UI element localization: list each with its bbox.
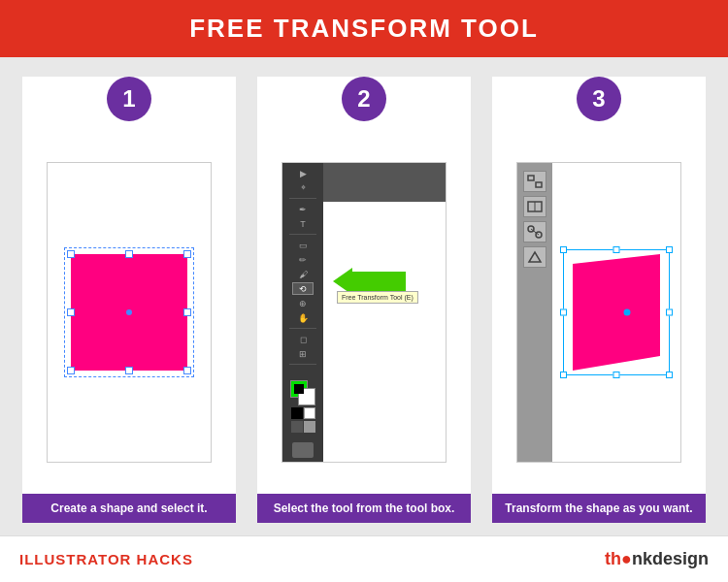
center-dot	[126, 309, 132, 315]
step2-content-area: Free Transform Tool (E)	[323, 163, 446, 462]
svg-marker-7	[529, 252, 541, 262]
step-1-image	[22, 131, 236, 494]
t-handle-bl	[560, 372, 567, 378]
toolbar-icon-type: T	[292, 217, 314, 230]
handle-tc	[125, 250, 133, 258]
swatch-gray2	[304, 421, 315, 433]
step-2-card: 2 ▶ ⌖ ✒ T ▭ ✏ 🖌 ⟲ ⊕ ✋ ◻	[257, 77, 471, 523]
toolbar-panel: ▶ ⌖ ✒ T ▭ ✏ 🖌 ⟲ ⊕ ✋ ◻ ⊞	[282, 163, 323, 462]
handle-br	[183, 367, 191, 374]
t-handle-tl	[560, 246, 567, 253]
toolbar-sep-4	[289, 364, 316, 365]
toolbar-icon-pen: ✒	[292, 203, 314, 215]
toolbar-icon-mesh: ⊞	[292, 347, 314, 360]
swatch-white	[304, 407, 315, 419]
step3-left-panel	[517, 163, 552, 462]
toolbar-color-area	[290, 380, 315, 433]
swatch-gray1	[291, 421, 303, 433]
brand-th: th	[605, 549, 621, 568]
transform-selection-box	[563, 249, 670, 375]
svg-rect-1	[536, 182, 542, 187]
toolbar-sep-3	[289, 328, 316, 329]
step-3-image	[492, 131, 706, 494]
color-swatches	[291, 407, 315, 419]
panel-icon-4	[523, 246, 546, 268]
footer-brand-right: th●nkdesign	[605, 549, 709, 569]
panel-icon-2	[523, 196, 546, 217]
step-2-caption: Select the tool from the tool box.	[257, 494, 471, 523]
t-handle-br	[666, 372, 673, 378]
step-2-number: 2	[342, 77, 386, 121]
toolbar-icon-paint: 🖌	[292, 268, 314, 280]
toolbar-icon-zoom: ⊕	[292, 297, 314, 309]
toolbar-bottom-icon	[292, 442, 314, 458]
toolbar-icon-shape: ▭	[292, 239, 314, 251]
t-handle-tc	[613, 246, 620, 253]
step-1-number: 1	[107, 77, 151, 121]
page-title: FREE TRANSFORM TOOL	[189, 14, 539, 43]
color-swatches-2	[291, 421, 315, 433]
swatch-black	[291, 407, 303, 419]
step-1-caption: Create a shape and select it.	[22, 494, 236, 523]
toolbar-icon-arrow: ▶	[292, 167, 314, 179]
main-content: 1 Create a shape and select it. 2	[0, 57, 728, 582]
step-1-card: 1 Create a shape and select it.	[22, 77, 236, 523]
handle-mr	[183, 308, 191, 316]
t-handle-bc	[613, 372, 620, 378]
toolbar-sep-1	[289, 198, 316, 199]
toolbar-icon-pencil: ✏	[292, 253, 314, 266]
step-1-canvas	[47, 162, 212, 463]
arrow-body	[352, 272, 406, 291]
step2-top-bar	[323, 163, 446, 202]
handle-tl	[67, 250, 75, 258]
step-3-canvas	[516, 162, 681, 463]
step-2-image: ▶ ⌖ ✒ T ▭ ✏ 🖌 ⟲ ⊕ ✋ ◻ ⊞	[257, 131, 471, 494]
handle-tr	[183, 250, 191, 258]
handle-ml	[67, 308, 75, 316]
shape-selected	[71, 254, 187, 371]
footer: ILLUSTRATOR HACKS th●nkdesign	[0, 535, 728, 582]
panel-icon-3	[523, 221, 546, 242]
panel-icon-1	[523, 171, 546, 192]
brand-nkdesign: nkdesign	[632, 549, 709, 568]
transform-shape	[563, 249, 670, 375]
transform-center-dot	[623, 309, 630, 316]
toolbar-icon-transform[interactable]: ⟲	[292, 282, 314, 295]
step-2-canvas: ▶ ⌖ ✒ T ▭ ✏ 🖌 ⟲ ⊕ ✋ ◻ ⊞	[281, 162, 447, 463]
brand-i-icon: ●	[621, 549, 632, 568]
t-handle-mr	[666, 309, 673, 316]
toolbar-icon-lasso: ⌖	[292, 181, 314, 194]
free-transform-tooltip: Free Transform Tool (E)	[337, 291, 418, 304]
t-handle-ml	[560, 309, 567, 316]
step3-transform-content	[552, 163, 680, 462]
handle-bl	[67, 367, 75, 374]
handle-bc	[125, 367, 133, 374]
footer-brand-left: ILLUSTRATOR HACKS	[19, 551, 193, 567]
toolbar-icon-gradient: ◻	[292, 333, 314, 345]
step-3-caption: Transform the shape as you want.	[492, 494, 706, 523]
toolbar-icon-hand: ✋	[292, 311, 314, 324]
page-header: FREE TRANSFORM TOOL	[0, 0, 728, 57]
t-handle-tr	[666, 246, 673, 253]
svg-rect-0	[528, 176, 534, 180]
toolbar-sep-2	[289, 234, 316, 235]
step-3-card: 3	[492, 77, 706, 523]
step-3-number: 3	[577, 77, 621, 121]
